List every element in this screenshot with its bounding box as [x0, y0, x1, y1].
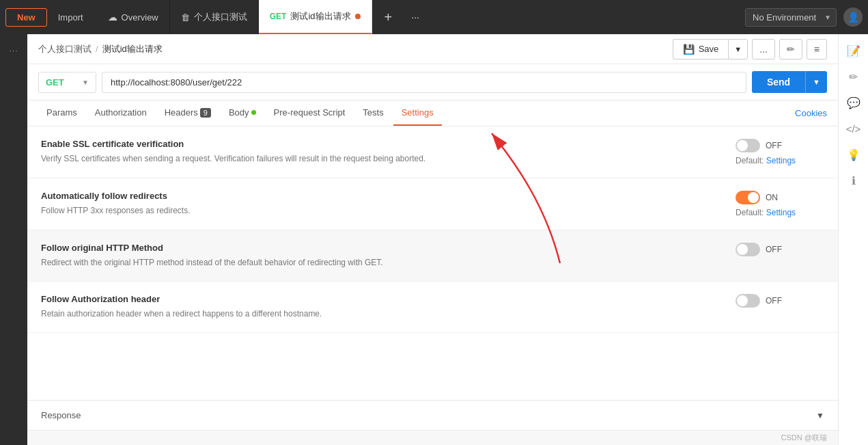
- auth-header-setting-row: Follow Authorization header Retain autho…: [27, 282, 838, 333]
- env-selector-wrapper: No Environment ▼: [745, 8, 837, 27]
- tab-personal-label: 个人接口测试: [194, 11, 247, 23]
- response-collapse-icon: ▼: [816, 411, 824, 420]
- ssl-settings-link[interactable]: Settings: [766, 156, 796, 165]
- url-input[interactable]: [102, 72, 746, 93]
- right-icon-code[interactable]: </>: [841, 116, 866, 141]
- method-dropdown[interactable]: GET ▼: [38, 72, 96, 93]
- auth-header-toggle[interactable]: [736, 294, 760, 308]
- redirects-toggle-label: ON: [766, 193, 778, 202]
- cloud-icon: ☁: [108, 12, 117, 23]
- send-dropdown-button[interactable]: ▼: [805, 71, 827, 93]
- auth-header-setting-info: Follow Authorization header Retain autho…: [41, 294, 722, 320]
- ssl-setting-info: Enable SSL certificate verification Veri…: [41, 139, 722, 165]
- response-header[interactable]: Response ▼: [27, 401, 838, 430]
- tab-add-button[interactable]: +: [376, 0, 401, 34]
- tab-params[interactable]: Params: [38, 100, 85, 126]
- ssl-setting-desc: Verify SSL certificates when sending a r…: [41, 152, 505, 165]
- edit-button[interactable]: ✏: [779, 39, 802, 59]
- breadcrumb: 个人接口测试 / 测试id输出请求 💾 Save ▼ ... ✏ ≡: [27, 34, 838, 64]
- http-method-setting-control: OFF: [722, 243, 824, 256]
- save-icon: 💾: [683, 44, 695, 55]
- auth-header-setting-control: OFF: [722, 294, 824, 308]
- tab-request[interactable]: GET 测试id输出请求: [259, 0, 372, 34]
- ssl-setting-control: OFF Default: Settings: [722, 139, 824, 165]
- right-icon-info[interactable]: ℹ: [841, 168, 866, 193]
- env-select[interactable]: No Environment: [745, 8, 837, 27]
- http-method-setting-info: Follow original HTTP Method Redirect wit…: [41, 243, 722, 269]
- response-section: Response ▼: [27, 400, 838, 430]
- avatar[interactable]: 👤: [843, 8, 863, 27]
- auth-header-setting-title: Follow Authorization header: [41, 294, 722, 304]
- breadcrumb-parent: 个人接口测试: [38, 43, 92, 55]
- tab-overview-label: Overview: [122, 12, 158, 23]
- tab-active-dot: [355, 14, 361, 19]
- save-button-group: 💾 Save ▼: [673, 39, 748, 59]
- redirects-toggle[interactable]: [736, 191, 760, 204]
- notes-button[interactable]: ≡: [807, 39, 827, 59]
- redirects-default-text: Default: Settings: [736, 208, 796, 217]
- breadcrumb-separator: /: [96, 44, 98, 54]
- tab-tests[interactable]: Tests: [354, 100, 391, 126]
- ssl-setting-row: Enable SSL certificate verification Veri…: [27, 126, 838, 178]
- left-more-icon[interactable]: ···: [3, 40, 25, 62]
- right-icon-notes[interactable]: 📝: [841, 38, 866, 63]
- save-dropdown-button[interactable]: ▼: [728, 39, 748, 59]
- cookies-link[interactable]: Cookies: [795, 108, 827, 118]
- body-dot: [251, 110, 256, 115]
- save-button[interactable]: 💾 Save: [673, 39, 729, 59]
- right-icon-chat[interactable]: 💬: [841, 90, 866, 115]
- tab-overview[interactable]: ☁ Overview: [97, 0, 170, 34]
- redirects-setting-info: Automatically follow redirects Follow HT…: [41, 191, 722, 217]
- auth-header-setting-desc: Retain authorization header when a redir…: [41, 308, 505, 320]
- http-method-toggle-label: OFF: [766, 245, 782, 254]
- ssl-toggle[interactable]: [736, 139, 760, 152]
- tab-authorization[interactable]: Authorization: [87, 100, 155, 126]
- redirects-setting-title: Automatically follow redirects: [41, 191, 722, 201]
- footer: CSDN @联瑞: [27, 430, 838, 445]
- redirects-setting-row: Automatically follow redirects Follow HT…: [27, 178, 838, 230]
- http-method-setting-row: Follow original HTTP Method Redirect wit…: [27, 230, 838, 282]
- save-label: Save: [699, 44, 719, 54]
- tab-more-button[interactable]: ···: [404, 0, 426, 34]
- redirects-setting-control: ON Default: Settings: [722, 191, 824, 217]
- tab-request-label: 测试id输出请求: [290, 10, 350, 23]
- ssl-default-text: Default: Settings: [736, 156, 796, 165]
- ssl-setting-title: Enable SSL certificate verification: [41, 139, 722, 149]
- http-method-setting-title: Follow original HTTP Method: [41, 243, 722, 253]
- method-arrow-icon: ▼: [82, 79, 89, 86]
- tab-personal[interactable]: 🗑 个人接口测试: [170, 0, 259, 34]
- redirects-settings-link[interactable]: Settings: [766, 208, 796, 217]
- http-method-toggle[interactable]: [736, 243, 760, 256]
- ssl-toggle-label: OFF: [766, 141, 782, 150]
- import-button[interactable]: Import: [51, 9, 90, 26]
- breadcrumb-current: 测试id输出请求: [102, 43, 163, 55]
- more-options-button[interactable]: ...: [752, 39, 775, 59]
- tab-method-badge: GET: [270, 12, 287, 21]
- http-method-setting-desc: Redirect with the original HTTP method i…: [41, 256, 505, 269]
- tab-pre-request[interactable]: Pre-request Script: [266, 100, 354, 126]
- avatar-icon: 👤: [848, 12, 859, 23]
- tab-settings[interactable]: Settings: [393, 100, 442, 126]
- headers-badge: 9: [200, 108, 211, 118]
- send-button-group: Send ▼: [752, 71, 827, 93]
- auth-header-toggle-label: OFF: [766, 296, 782, 306]
- redirects-setting-desc: Follow HTTP 3xx responses as redirects.: [41, 204, 505, 217]
- tab-headers[interactable]: Headers 9: [156, 100, 219, 126]
- response-title: Response: [41, 410, 81, 420]
- tab-body[interactable]: Body: [221, 100, 264, 126]
- new-button[interactable]: New: [5, 8, 47, 27]
- trash-icon: 🗑: [181, 12, 190, 23]
- right-icon-bulb[interactable]: 💡: [841, 142, 866, 167]
- send-button[interactable]: Send: [752, 71, 805, 93]
- method-label: GET: [46, 77, 64, 87]
- right-icon-edit[interactable]: ✏: [841, 64, 866, 89]
